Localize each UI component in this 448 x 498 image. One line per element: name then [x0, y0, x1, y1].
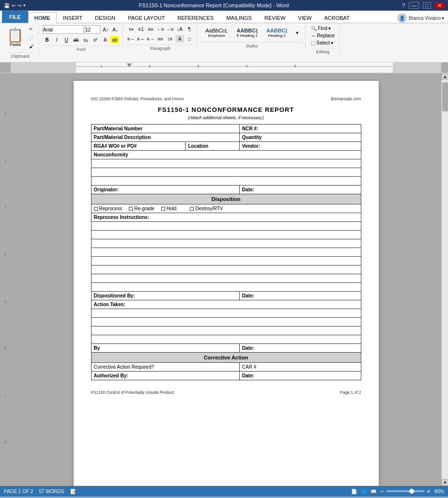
cut-button[interactable]: ✂ — [27, 25, 35, 33]
shading-button[interactable]: A — [175, 35, 184, 43]
footer-right: Page 1 of 2 — [340, 390, 361, 395]
document-area: 1 2 3 4 5 6 7 8 ISO 22000 FSMS Policies,… — [0, 73, 448, 486]
multilevel-list-button[interactable]: ≡≡ — [146, 25, 155, 33]
select-button[interactable]: ⬚ Select ▾ — [309, 40, 336, 46]
superscript-button[interactable]: x² — [91, 36, 100, 44]
bullets-button[interactable]: ≡• — [127, 25, 136, 33]
minimize-button[interactable]: — — [409, 2, 419, 9]
style-heading2[interactable]: AABBC( Heading 2 — [263, 26, 291, 39]
scroll-up-button[interactable]: ▲ — [442, 73, 448, 80]
page-info: PAGE 1 OF 2 — [4, 489, 33, 494]
paragraph-label: Paragraph — [127, 45, 194, 51]
scroll-down-button[interactable]: ▼ — [442, 479, 448, 486]
originator-label: Originator: — [91, 186, 239, 194]
font-name-input[interactable] — [43, 25, 84, 34]
bold-button[interactable]: B — [43, 36, 51, 44]
zoom-in-button[interactable]: + — [427, 487, 431, 495]
scroll-thumb[interactable] — [442, 82, 448, 111]
tab-design[interactable]: DESIGN — [89, 12, 122, 23]
save-icon[interactable]: 💾 — [4, 3, 10, 8]
scroll-area[interactable]: ISO 22000 FSMS Policies, Procedures, and… — [11, 73, 441, 486]
title-bar: 💾 ↩ ↪ ▾ FS1150-1 Nonconformance Report [… — [0, 0, 448, 11]
find-button[interactable]: 🔍 Find ▾ — [309, 25, 336, 31]
paste-button[interactable]: 📋 Paste — [5, 28, 26, 48]
maximize-button[interactable]: □ — [423, 2, 431, 9]
font-color-button[interactable]: A — [101, 36, 109, 44]
replace-button[interactable]: ↔ Replace — [309, 32, 336, 39]
highlight-button[interactable]: ab — [110, 36, 119, 44]
user-icon: 👤 — [397, 13, 407, 23]
find-dropdown-icon: ▾ — [328, 26, 331, 31]
hold-checkbox: Hold — [161, 206, 177, 211]
tab-home[interactable]: HOME — [28, 12, 57, 23]
zoom-slider[interactable] — [386, 490, 425, 492]
view-web-icon[interactable]: 🌐 — [361, 489, 367, 494]
part-material-desc-label: Part/Material Description — [91, 133, 239, 142]
scroll-track[interactable] — [442, 80, 448, 479]
replace-label: Replace — [317, 33, 335, 38]
disp-date-label: Date: — [239, 292, 361, 300]
border-button[interactable]: □ — [185, 35, 194, 43]
align-left-button[interactable]: ≡← — [127, 35, 136, 43]
tab-references[interactable]: REFERENCES — [171, 12, 220, 23]
subscript-button[interactable]: x₂ — [81, 36, 90, 44]
proofing-icon[interactable]: 📝 — [70, 489, 76, 494]
increase-indent-button[interactable]: →≡ — [166, 25, 174, 33]
copy-button[interactable]: 📄 — [27, 34, 35, 42]
underline-button[interactable]: U — [62, 36, 71, 44]
style-heading1-sample: AABBC( — [236, 28, 257, 33]
increase-font-button[interactable]: A↑ — [101, 26, 110, 33]
justify-button[interactable]: ≡≡ — [156, 35, 165, 43]
tab-review[interactable]: REVIEW — [258, 12, 292, 23]
table-row — [91, 309, 361, 318]
table-row-checkboxes: Reprocess Re-grade Hold Destroy/RTV — [91, 204, 361, 213]
replace-icon: ↔ — [311, 33, 316, 38]
tab-insert[interactable]: INSERT — [57, 12, 89, 23]
tab-view[interactable]: VIEW — [292, 12, 318, 23]
numbering-button[interactable]: ≡1 — [137, 25, 145, 33]
style-heading1[interactable]: AABBC( ¶ Heading 1 — [233, 26, 261, 39]
tab-acrobat[interactable]: ACROBAT — [318, 12, 355, 23]
close-button[interactable]: ✕ — [435, 2, 444, 9]
select-dropdown-icon: ▾ — [331, 40, 333, 46]
table-row — [91, 274, 361, 283]
tab-file[interactable]: FILE — [2, 10, 28, 23]
ribbon-tabs: FILE HOME INSERT DESIGN PAGE LAYOUT REFE… — [0, 11, 448, 23]
document-page: ISO 22000 FSMS Policies, Procedures, and… — [74, 81, 379, 486]
font-size-input[interactable] — [85, 25, 100, 34]
align-right-button[interactable]: ≡→ — [146, 35, 155, 43]
align-center-button[interactable]: ≡↔ — [137, 35, 145, 43]
style-emphasis[interactable]: AaBbCcL Emphasis — [202, 26, 231, 39]
action-date-label: Date: — [239, 344, 361, 353]
show-marks-button[interactable]: ¶ — [185, 25, 194, 33]
zoom-thumb[interactable] — [409, 489, 414, 494]
italic-button[interactable]: I — [52, 36, 61, 44]
help-button[interactable]: ? — [402, 2, 405, 8]
format-painter-button[interactable]: 🖌 — [27, 43, 35, 50]
sort-button[interactable]: ↕A — [175, 25, 184, 33]
tab-page-layout[interactable]: PAGE LAYOUT — [122, 12, 171, 23]
undo-icon[interactable]: ↩ — [12, 3, 15, 8]
redo-icon[interactable]: ↪ — [17, 3, 21, 8]
line-spacing-button[interactable]: ↕≡ — [166, 35, 174, 43]
decrease-font-button[interactable]: A↓ — [111, 26, 120, 33]
zoom-control[interactable]: − + 80% — [380, 487, 444, 495]
table-row: Corrective Action Required? CAR # — [91, 363, 361, 372]
styles-label: Styles — [201, 42, 302, 48]
table-row — [91, 335, 361, 344]
table-row: RGA# WO# or PO# Location Vendor: — [91, 142, 361, 151]
view-print-icon[interactable]: 📄 — [351, 489, 357, 494]
zoom-out-button[interactable]: − — [380, 487, 384, 495]
editing-group: 🔍 Find ▾ ↔ Replace ⬚ Select ▾ Editing — [307, 25, 340, 54]
ribbon: FILE HOME INSERT DESIGN PAGE LAYOUT REFE… — [0, 11, 448, 62]
doc-header: ISO 22000 FSMS Policies, Procedures, and… — [91, 96, 361, 101]
font-label: Font — [43, 46, 120, 52]
strikethrough-button[interactable]: ab — [72, 36, 80, 44]
tab-mailings[interactable]: MAILINGS — [220, 12, 258, 23]
right-scrollbar[interactable]: ▲ ▼ — [441, 73, 448, 486]
clipboard-label: Clipboard — [5, 52, 35, 59]
styles-more-button[interactable]: ▾ — [293, 29, 301, 37]
user-dropdown-icon[interactable]: ▾ — [442, 16, 444, 21]
view-read-icon[interactable]: 📖 — [371, 489, 376, 494]
decrease-indent-button[interactable]: ←≡ — [156, 25, 165, 33]
